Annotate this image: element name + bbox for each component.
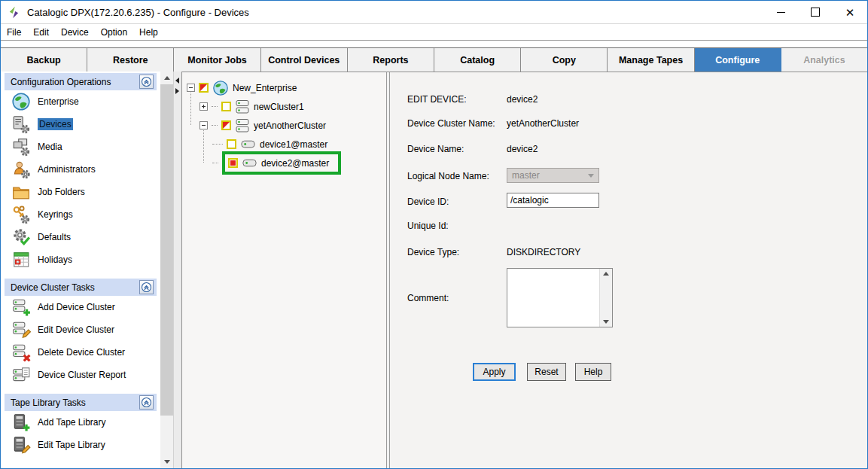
tab-copy[interactable]: Copy: [521, 48, 608, 72]
collapse-expander-icon[interactable]: [199, 121, 208, 129]
minimize-button[interactable]: [763, 1, 798, 23]
tab-manage-tapes[interactable]: Manage Tapes: [608, 48, 694, 72]
comment-scrollbar[interactable]: [599, 269, 612, 327]
expand-expander-icon[interactable]: [199, 102, 208, 111]
tree-node-device2[interactable]: device2@master: [212, 151, 341, 175]
menu-bar: File Edit Device Option Help: [1, 24, 867, 41]
tab-monitor-jobs[interactable]: Monitor Jobs: [174, 48, 260, 72]
menu-option[interactable]: Option: [95, 25, 133, 40]
tab-configure[interactable]: Configure: [695, 48, 781, 72]
tab-catalog[interactable]: Catalog: [434, 48, 521, 72]
section-header: Configuration Operations: [5, 73, 157, 90]
enterprise-globe-icon: [11, 92, 31, 111]
tree-connector-stub: [212, 106, 218, 107]
collapse-expander-icon[interactable]: [187, 84, 195, 92]
sidebar-item-add-tape-library[interactable]: Add Tape Library: [5, 411, 157, 434]
tree-checkbox-unchecked[interactable]: [221, 102, 231, 111]
title-bar: Catalogic DPX(172.20.6.235) - Configure …: [1, 1, 867, 24]
panel-splitter[interactable]: [173, 72, 182, 468]
sidebar-item-delete-device-cluster[interactable]: Delete Device Cluster: [5, 341, 157, 364]
tree-checkbox-partial[interactable]: [221, 120, 231, 130]
device-cluster-icon: [235, 99, 250, 114]
sidebar: Configuration Operations Enterpri: [1, 72, 160, 468]
device-tree-panel: New_Enterprise newCluster1: [182, 72, 386, 468]
menu-file[interactable]: File: [1, 25, 27, 40]
window-title: Catalogic DPX(172.20.6.235) - Configure …: [27, 7, 249, 18]
edit-tape-library-icon: [11, 435, 31, 455]
tab-analytics[interactable]: Analytics: [781, 48, 867, 72]
close-button[interactable]: ✕: [833, 1, 867, 23]
sidebar-item-job-folders[interactable]: Job Folders: [5, 181, 157, 203]
tab-control-devices[interactable]: Control Devices: [261, 48, 348, 72]
tree-node-new-enterprise[interactable]: New_Enterprise: [187, 78, 297, 97]
collapse-section-button[interactable]: [139, 280, 154, 294]
tree-node-yetanothercluster[interactable]: yetAnotherCluster: [199, 116, 326, 135]
tree-checkbox-unchecked[interactable]: [227, 139, 236, 149]
sidebar-item-edit-device-cluster[interactable]: Edit Device Cluster: [5, 318, 157, 341]
sidebar-item-device-cluster-report[interactable]: Device Cluster Report: [5, 364, 157, 386]
tree-checkbox-partial[interactable]: [199, 83, 209, 93]
tab-restore[interactable]: Restore: [87, 48, 174, 72]
comment-label: Comment:: [407, 293, 449, 303]
job-folders-icon: [11, 182, 31, 202]
tree-node-label: device2@master: [261, 158, 329, 169]
edit-device-label: EDIT DEVICE:: [407, 94, 466, 105]
add-tape-library-icon: [11, 413, 31, 432]
device-id-label: Device ID:: [407, 196, 449, 207]
menu-device[interactable]: Device: [55, 25, 95, 40]
menu-edit[interactable]: Edit: [27, 25, 55, 40]
section-title: Tape Library Tasks: [11, 397, 139, 408]
menu-help[interactable]: Help: [133, 25, 164, 40]
tab-backup[interactable]: Backup: [1, 48, 87, 72]
reset-button[interactable]: Reset: [527, 363, 566, 381]
device-id-input[interactable]: [507, 193, 599, 208]
help-button[interactable]: Help: [575, 363, 611, 381]
sidebar-item-enterprise[interactable]: Enterprise: [5, 90, 157, 113]
sidebar-item-label: Enterprise: [38, 96, 79, 107]
sidebar-item-defaults[interactable]: Defaults: [5, 226, 157, 248]
apply-button[interactable]: Apply: [473, 363, 516, 381]
logical-node-name-value: master: [512, 170, 540, 181]
tree-checkbox-checked[interactable]: [228, 158, 238, 168]
minimize-icon: [777, 12, 785, 13]
tree-node-label: New_Enterprise: [233, 83, 297, 93]
collapse-section-button[interactable]: [139, 75, 154, 89]
sidebar-item-edit-tape-library[interactable]: Edit Tape Library: [5, 434, 157, 456]
sidebar-item-label: Add Device Cluster: [38, 302, 115, 312]
sidebar-item-keyrings[interactable]: Keyrings: [5, 203, 157, 226]
device-name-label: Device Name:: [407, 144, 464, 154]
sidebar-item-media[interactable]: Media: [5, 136, 157, 158]
device-cluster-name-value: yetAnotherCluster: [507, 118, 579, 129]
maximize-button[interactable]: [798, 1, 833, 23]
main-area: Configuration Operations Enterpri: [1, 72, 867, 468]
tree-node-label: device1@master: [260, 139, 327, 150]
scroll-down-icon: [164, 460, 170, 464]
device-type-label: Device Type:: [407, 247, 459, 257]
collapse-chevrons-icon: [141, 282, 152, 293]
tab-reports[interactable]: Reports: [348, 48, 434, 72]
device-icon: [242, 156, 257, 170]
collapse-section-button[interactable]: [139, 395, 154, 410]
edit-device-cluster-icon: [11, 320, 31, 340]
sidebar-item-label: Defaults: [38, 232, 71, 242]
section-title: Device Cluster Tasks: [11, 282, 139, 293]
edit-device-value: device2: [507, 94, 538, 105]
tree-connector-stub: [212, 163, 218, 163]
comment-textarea[interactable]: [507, 269, 599, 327]
sidebar-item-add-device-cluster[interactable]: Add Device Cluster: [5, 296, 157, 318]
sidebar-item-label: Administrators: [38, 164, 96, 175]
sidebar-item-holidays[interactable]: Holidays: [5, 248, 157, 271]
section-header: Device Cluster Tasks: [5, 279, 157, 296]
scroll-up-button[interactable]: [160, 72, 173, 84]
splitter-collapse-left-icon: [175, 78, 179, 84]
scroll-down-button[interactable]: [160, 455, 173, 468]
tree-node-newcluster1[interactable]: newCluster1: [199, 97, 304, 116]
sidebar-item-devices[interactable]: Devices: [5, 113, 157, 136]
sidebar-item-administrators[interactable]: Administrators: [5, 158, 157, 181]
sidebar-item-label: Delete Device Cluster: [38, 347, 125, 358]
sidebar-scrollbar[interactable]: [160, 72, 173, 468]
sidebar-item-label: Devices: [38, 118, 73, 130]
enterprise-globe-icon: [212, 80, 229, 96]
logical-node-name-select[interactable]: master: [507, 168, 599, 183]
scrollbar-thumb[interactable]: [160, 84, 173, 416]
